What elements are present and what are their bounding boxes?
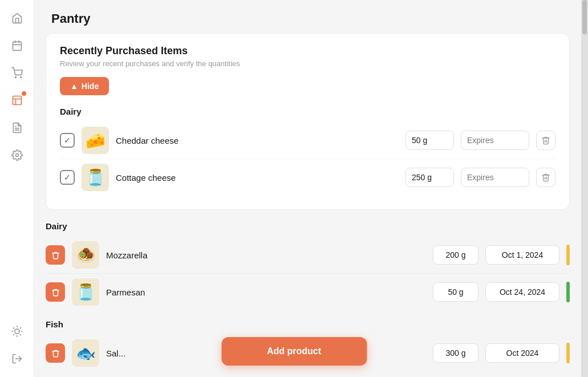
cottage-expires-input[interactable] [461, 168, 529, 187]
cheddar-expires-input[interactable] [461, 131, 529, 150]
content-area: Recently Purchased Items Review your rec… [34, 33, 581, 377]
sidebar [0, 0, 34, 377]
scrollbar[interactable] [581, 0, 588, 377]
pantry-item-mozzarella: 🧆 Mozzarella [46, 237, 570, 274]
sidebar-icon-pantry[interactable] [6, 89, 29, 112]
svg-point-9 [15, 154, 18, 157]
hide-button-label: Hide [82, 82, 99, 91]
cheddar-quantity-input[interactable] [405, 131, 454, 150]
cottage-delete-button[interactable] [536, 168, 555, 187]
sidebar-icon-cart[interactable] [6, 62, 29, 84]
recently-category-label: Dairy [60, 107, 555, 116]
sidebar-icon-calendar[interactable] [6, 34, 29, 57]
mozzarella-date-input[interactable] [485, 245, 559, 265]
pantry-item-parmesan: 🫙 Parmesan [46, 274, 570, 310]
cottage-name: Cottage cheese [116, 173, 399, 183]
cheddar-delete-button[interactable] [536, 131, 555, 150]
sidebar-icon-home[interactable] [6, 7, 29, 30]
salmon-quantity-input[interactable] [433, 343, 478, 363]
main-content: Pantry Recently Purchased Items Review y… [34, 0, 581, 377]
salmon-delete-button[interactable] [46, 343, 65, 363]
pantry-dairy-section: Dairy 🧆 Mozzarella [46, 221, 570, 310]
page-header: Pantry [34, 0, 581, 33]
trash-icon [51, 288, 60, 297]
mozzarella-image: 🧆 [72, 241, 99, 269]
sidebar-icon-notes[interactable] [6, 116, 29, 139]
trash-icon [541, 173, 550, 182]
parmesan-quantity-input[interactable] [433, 282, 478, 302]
mozzarella-delete-button[interactable] [46, 245, 65, 265]
trash-icon [51, 349, 60, 358]
mozzarella-expiry-indicator [566, 245, 570, 265]
mozzarella-quantity-input[interactable] [433, 245, 478, 265]
notification-badge [22, 91, 26, 96]
parmesan-image: 🫙 [72, 278, 99, 306]
recently-purchased-title: Recently Purchased Items [60, 45, 555, 57]
sidebar-icon-theme[interactable] [6, 320, 29, 343]
add-product-button[interactable]: Add product [221, 337, 367, 366]
salmon-date-input[interactable] [485, 343, 559, 363]
chevron-up-icon: ▲ [70, 82, 78, 91]
sidebar-icon-logout[interactable] [6, 347, 29, 370]
cheddar-name: Cheddar cheese [116, 136, 399, 145]
cottage-image: 🫙 [82, 164, 109, 191]
svg-line-18 [20, 328, 21, 329]
parmesan-date-input[interactable] [485, 282, 559, 302]
svg-line-13 [13, 328, 14, 329]
svg-line-17 [13, 334, 14, 335]
cheddar-checkbox[interactable]: ✓ [60, 133, 75, 148]
svg-rect-6 [13, 96, 21, 105]
svg-point-4 [15, 77, 16, 78]
pantry-dairy-label: Dairy [46, 221, 570, 231]
svg-line-14 [20, 334, 21, 335]
mozzarella-name: Mozzarella [106, 250, 263, 260]
recently-item-cheddar: ✓ 🧀 Cheddar cheese [60, 122, 555, 159]
svg-point-10 [14, 329, 19, 334]
cottage-checkbox[interactable]: ✓ [60, 170, 75, 185]
trash-icon [541, 136, 550, 145]
trash-icon [51, 251, 60, 260]
pantry-fish-label: Fish [46, 319, 570, 329]
parmesan-expiry-indicator [566, 282, 570, 302]
salmon-image: 🐟 [72, 339, 99, 367]
parmesan-delete-button[interactable] [46, 282, 65, 302]
svg-rect-0 [13, 42, 21, 50]
recently-purchased-subtitle: Review your recent purchases and verify … [60, 59, 555, 68]
scrollbar-thumb[interactable] [582, 0, 587, 34]
salmon-expiry-indicator [566, 343, 570, 363]
sidebar-icon-settings[interactable] [6, 144, 29, 167]
recently-item-cottage: ✓ 🫙 Cottage cheese [60, 159, 555, 196]
hide-button[interactable]: ▲ Hide [60, 77, 109, 95]
parmesan-name: Parmesan [106, 287, 263, 297]
cheddar-image: 🧀 [82, 127, 109, 154]
page-title: Pantry [51, 11, 564, 26]
svg-point-5 [20, 77, 21, 78]
recently-purchased-card: Recently Purchased Items Review your rec… [46, 33, 570, 210]
cottage-quantity-input[interactable] [405, 168, 454, 187]
